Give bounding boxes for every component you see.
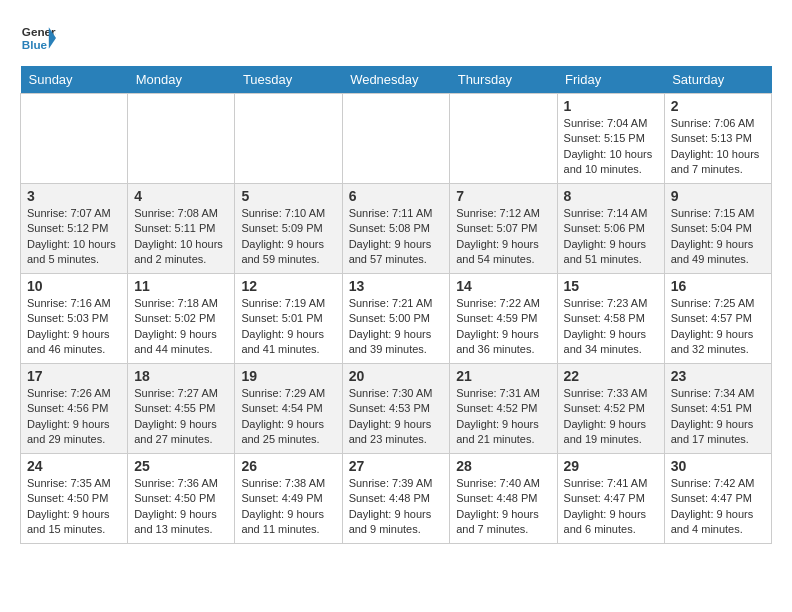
calendar-cell: 6Sunrise: 7:11 AM Sunset: 5:08 PM Daylig… [342,184,450,274]
logo-icon: General Blue [20,20,56,56]
calendar-cell: 19Sunrise: 7:29 AM Sunset: 4:54 PM Dayli… [235,364,342,454]
weekday-header-wednesday: Wednesday [342,66,450,94]
calendar-cell: 1Sunrise: 7:04 AM Sunset: 5:15 PM Daylig… [557,94,664,184]
day-number: 6 [349,188,444,204]
day-info: Sunrise: 7:15 AM Sunset: 5:04 PM Dayligh… [671,206,765,268]
day-number: 11 [134,278,228,294]
day-info: Sunrise: 7:31 AM Sunset: 4:52 PM Dayligh… [456,386,550,448]
weekday-header-tuesday: Tuesday [235,66,342,94]
calendar-cell: 27Sunrise: 7:39 AM Sunset: 4:48 PM Dayli… [342,454,450,544]
calendar-cell [342,94,450,184]
day-info: Sunrise: 7:41 AM Sunset: 4:47 PM Dayligh… [564,476,658,538]
day-info: Sunrise: 7:14 AM Sunset: 5:06 PM Dayligh… [564,206,658,268]
day-info: Sunrise: 7:06 AM Sunset: 5:13 PM Dayligh… [671,116,765,178]
day-number: 10 [27,278,121,294]
calendar-cell: 12Sunrise: 7:19 AM Sunset: 5:01 PM Dayli… [235,274,342,364]
day-info: Sunrise: 7:36 AM Sunset: 4:50 PM Dayligh… [134,476,228,538]
day-info: Sunrise: 7:12 AM Sunset: 5:07 PM Dayligh… [456,206,550,268]
day-number: 28 [456,458,550,474]
calendar-week-5: 24Sunrise: 7:35 AM Sunset: 4:50 PM Dayli… [21,454,772,544]
day-number: 5 [241,188,335,204]
calendar-cell [21,94,128,184]
calendar-cell: 16Sunrise: 7:25 AM Sunset: 4:57 PM Dayli… [664,274,771,364]
calendar-week-4: 17Sunrise: 7:26 AM Sunset: 4:56 PM Dayli… [21,364,772,454]
calendar-cell: 20Sunrise: 7:30 AM Sunset: 4:53 PM Dayli… [342,364,450,454]
day-number: 12 [241,278,335,294]
calendar-cell: 28Sunrise: 7:40 AM Sunset: 4:48 PM Dayli… [450,454,557,544]
calendar-week-3: 10Sunrise: 7:16 AM Sunset: 5:03 PM Dayli… [21,274,772,364]
day-number: 23 [671,368,765,384]
day-number: 19 [241,368,335,384]
calendar-cell: 8Sunrise: 7:14 AM Sunset: 5:06 PM Daylig… [557,184,664,274]
calendar-cell: 9Sunrise: 7:15 AM Sunset: 5:04 PM Daylig… [664,184,771,274]
day-info: Sunrise: 7:27 AM Sunset: 4:55 PM Dayligh… [134,386,228,448]
day-number: 25 [134,458,228,474]
day-number: 15 [564,278,658,294]
day-number: 30 [671,458,765,474]
calendar-cell: 29Sunrise: 7:41 AM Sunset: 4:47 PM Dayli… [557,454,664,544]
calendar-cell: 24Sunrise: 7:35 AM Sunset: 4:50 PM Dayli… [21,454,128,544]
day-number: 29 [564,458,658,474]
day-info: Sunrise: 7:19 AM Sunset: 5:01 PM Dayligh… [241,296,335,358]
day-number: 21 [456,368,550,384]
calendar-table: SundayMondayTuesdayWednesdayThursdayFrid… [20,66,772,544]
day-number: 13 [349,278,444,294]
calendar-cell: 23Sunrise: 7:34 AM Sunset: 4:51 PM Dayli… [664,364,771,454]
calendar-week-1: 1Sunrise: 7:04 AM Sunset: 5:15 PM Daylig… [21,94,772,184]
calendar-week-2: 3Sunrise: 7:07 AM Sunset: 5:12 PM Daylig… [21,184,772,274]
logo: General Blue [20,20,56,56]
calendar-cell [450,94,557,184]
day-number: 1 [564,98,658,114]
day-info: Sunrise: 7:10 AM Sunset: 5:09 PM Dayligh… [241,206,335,268]
day-number: 16 [671,278,765,294]
calendar-cell: 30Sunrise: 7:42 AM Sunset: 4:47 PM Dayli… [664,454,771,544]
day-info: Sunrise: 7:07 AM Sunset: 5:12 PM Dayligh… [27,206,121,268]
calendar-cell: 17Sunrise: 7:26 AM Sunset: 4:56 PM Dayli… [21,364,128,454]
calendar-cell: 11Sunrise: 7:18 AM Sunset: 5:02 PM Dayli… [128,274,235,364]
day-info: Sunrise: 7:40 AM Sunset: 4:48 PM Dayligh… [456,476,550,538]
day-info: Sunrise: 7:04 AM Sunset: 5:15 PM Dayligh… [564,116,658,178]
day-info: Sunrise: 7:11 AM Sunset: 5:08 PM Dayligh… [349,206,444,268]
day-number: 20 [349,368,444,384]
day-info: Sunrise: 7:34 AM Sunset: 4:51 PM Dayligh… [671,386,765,448]
day-info: Sunrise: 7:29 AM Sunset: 4:54 PM Dayligh… [241,386,335,448]
day-info: Sunrise: 7:25 AM Sunset: 4:57 PM Dayligh… [671,296,765,358]
day-number: 26 [241,458,335,474]
calendar-cell: 13Sunrise: 7:21 AM Sunset: 5:00 PM Dayli… [342,274,450,364]
day-number: 24 [27,458,121,474]
day-info: Sunrise: 7:30 AM Sunset: 4:53 PM Dayligh… [349,386,444,448]
calendar-cell [235,94,342,184]
calendar-cell: 4Sunrise: 7:08 AM Sunset: 5:11 PM Daylig… [128,184,235,274]
calendar-cell: 25Sunrise: 7:36 AM Sunset: 4:50 PM Dayli… [128,454,235,544]
calendar-cell: 15Sunrise: 7:23 AM Sunset: 4:58 PM Dayli… [557,274,664,364]
calendar-cell: 26Sunrise: 7:38 AM Sunset: 4:49 PM Dayli… [235,454,342,544]
day-info: Sunrise: 7:21 AM Sunset: 5:00 PM Dayligh… [349,296,444,358]
weekday-header-monday: Monday [128,66,235,94]
day-info: Sunrise: 7:22 AM Sunset: 4:59 PM Dayligh… [456,296,550,358]
day-number: 18 [134,368,228,384]
day-info: Sunrise: 7:16 AM Sunset: 5:03 PM Dayligh… [27,296,121,358]
calendar-cell: 21Sunrise: 7:31 AM Sunset: 4:52 PM Dayli… [450,364,557,454]
weekday-header-saturday: Saturday [664,66,771,94]
calendar-cell: 7Sunrise: 7:12 AM Sunset: 5:07 PM Daylig… [450,184,557,274]
page-header: General Blue [20,20,772,56]
svg-text:Blue: Blue [22,38,48,51]
day-number: 17 [27,368,121,384]
day-info: Sunrise: 7:39 AM Sunset: 4:48 PM Dayligh… [349,476,444,538]
calendar-cell: 5Sunrise: 7:10 AM Sunset: 5:09 PM Daylig… [235,184,342,274]
day-number: 22 [564,368,658,384]
day-info: Sunrise: 7:18 AM Sunset: 5:02 PM Dayligh… [134,296,228,358]
weekday-header-thursday: Thursday [450,66,557,94]
day-number: 9 [671,188,765,204]
calendar-cell: 2Sunrise: 7:06 AM Sunset: 5:13 PM Daylig… [664,94,771,184]
day-number: 3 [27,188,121,204]
day-number: 2 [671,98,765,114]
day-info: Sunrise: 7:42 AM Sunset: 4:47 PM Dayligh… [671,476,765,538]
day-number: 14 [456,278,550,294]
day-info: Sunrise: 7:38 AM Sunset: 4:49 PM Dayligh… [241,476,335,538]
day-number: 27 [349,458,444,474]
weekday-header-row: SundayMondayTuesdayWednesdayThursdayFrid… [21,66,772,94]
calendar-cell: 14Sunrise: 7:22 AM Sunset: 4:59 PM Dayli… [450,274,557,364]
calendar-cell: 3Sunrise: 7:07 AM Sunset: 5:12 PM Daylig… [21,184,128,274]
day-info: Sunrise: 7:26 AM Sunset: 4:56 PM Dayligh… [27,386,121,448]
